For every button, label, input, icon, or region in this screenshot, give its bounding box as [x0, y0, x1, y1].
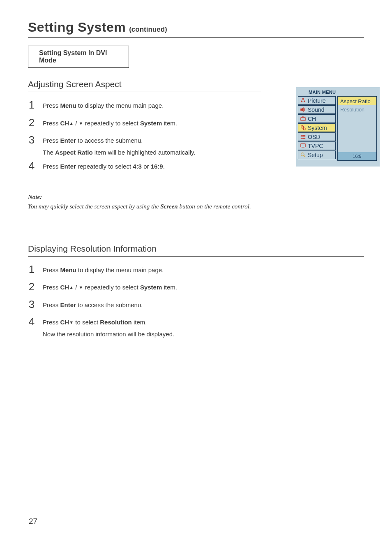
down-arrow-icon: ▼ [79, 285, 83, 290]
text: item. [162, 284, 177, 291]
tv-icon [300, 116, 306, 122]
text: to select [74, 319, 100, 326]
step: 2 Press CH▲ / ▼ repeatedly to select Sys… [28, 282, 364, 292]
step-body: Press Enter to access the submenu. [43, 300, 143, 310]
text: . [163, 163, 165, 170]
svg-rect-5 [300, 117, 305, 120]
svg-rect-14 [302, 138, 305, 139]
note-text: You may quickly select the screen aspect… [28, 203, 364, 210]
monitor-icon [300, 143, 306, 149]
osd-right-item-aspect-ratio: Aspect Ratio [338, 97, 376, 105]
text: Press [43, 284, 60, 291]
text-bold: Enter [60, 163, 76, 170]
step-body: Press CH▲ / ▼ repeatedly to select Syste… [43, 282, 177, 292]
osd-item-tvpc: TVPC [298, 141, 336, 150]
step-body: Press Enter to access the submenu. The A… [43, 135, 196, 157]
text: to display the menu main page. [76, 102, 164, 109]
osd-title: MAIN MENU [296, 87, 380, 96]
osd-item-sound: Sound [298, 105, 336, 114]
up-arrow-icon: ▲ [69, 121, 74, 126]
osd-item-label: TVPC [308, 143, 323, 149]
step-number: 2 [28, 281, 35, 292]
step-number: 3 [28, 134, 35, 145]
down-arrow-icon: ▼ [69, 320, 74, 325]
svg-rect-13 [300, 138, 302, 139]
svg-rect-16 [302, 148, 304, 148]
title-divider [28, 37, 364, 38]
svg-line-18 [304, 155, 305, 157]
text-bold: Resolution [100, 319, 132, 326]
text-bold: CH [60, 120, 69, 127]
text: to display the menu main page. [76, 266, 164, 273]
step-number: 1 [28, 264, 35, 275]
osd-item-osd: OSD [298, 132, 336, 141]
svg-point-2 [303, 100, 305, 102]
step-number: 3 [28, 299, 35, 310]
text: item. [162, 120, 177, 127]
page-title-line: Setting System (continued) [28, 20, 364, 35]
text: item will be highlighted automatically. [93, 149, 196, 156]
step-body: Press CH▼ to select Resolution item. Now… [43, 317, 174, 339]
step-number: 4 [28, 160, 35, 171]
text-bold: Menu [60, 102, 76, 109]
text: Press [43, 163, 60, 170]
step-body: Press Enter repeatedly to select 4:3 or … [43, 161, 165, 171]
svg-rect-10 [302, 135, 305, 136]
text-bold: 4:3 [133, 163, 142, 170]
svg-marker-4 [302, 107, 304, 112]
text: repeatedly to select [76, 163, 133, 170]
list-icon [300, 134, 306, 140]
svg-point-7 [302, 127, 302, 127]
step: 4 Press CH▼ to select Resolution item. N… [28, 317, 364, 339]
text: Press [43, 102, 60, 109]
steps-list: 1 Press Menu to display the menu main pa… [28, 265, 364, 339]
section-heading: Displaying Resolution Information [28, 244, 364, 254]
svg-point-17 [301, 153, 304, 156]
text: or [142, 163, 151, 170]
svg-rect-11 [300, 137, 302, 137]
text-bold: 16:9 [151, 163, 163, 170]
step-body: Press Menu to display the menu main page… [43, 265, 164, 275]
text-bold: System [140, 120, 162, 127]
text: The [43, 149, 55, 156]
step-number: 1 [28, 99, 35, 110]
text-bold: System [140, 284, 162, 291]
magnifier-icon [300, 152, 306, 158]
step-number: 4 [28, 316, 35, 327]
page-title: Setting System [28, 20, 126, 35]
osd-right-panel: Aspect Ratio Resolution 16:9 [337, 96, 377, 161]
osd-body: Picture Sound CH [296, 96, 380, 162]
text: Press [43, 137, 60, 144]
down-arrow-icon: ▼ [79, 121, 83, 126]
text: Press [43, 319, 60, 326]
page: Setting System (continued) Setting Syste… [0, 0, 392, 553]
text-bold: Enter [60, 301, 76, 308]
step: 1 Press Menu to display the menu main pa… [28, 265, 364, 275]
text-bold: Enter [60, 137, 76, 144]
text-bold: Menu [60, 266, 76, 273]
note-block: Note: You may quickly select the screen … [28, 194, 364, 210]
step-body: Press CH▲ / ▼ repeatedly to select Syste… [43, 118, 177, 128]
osd-item-label: CH [308, 116, 316, 122]
text-bold: CH [60, 319, 69, 326]
text: You may quickly select the screen aspect… [28, 203, 160, 210]
text: Press [43, 266, 60, 273]
up-arrow-icon: ▲ [69, 285, 74, 290]
osd-item-label: Setup [308, 152, 323, 158]
osd-left-column: Picture Sound CH [298, 96, 336, 161]
svg-point-1 [301, 100, 302, 102]
svg-rect-12 [302, 137, 305, 137]
osd-item-label: Picture [308, 97, 326, 104]
step: 3 Press Enter to access the submenu. [28, 300, 364, 310]
osd-item-ch: CH [298, 114, 336, 123]
osd-item-label: OSD [308, 134, 320, 140]
step-line2: The Aspect Ratio item will be highlighte… [43, 148, 196, 157]
text: / [74, 284, 79, 291]
osd-item-system: System [298, 123, 336, 132]
section-divider [28, 92, 261, 92]
text: to access the submenu. [76, 137, 143, 144]
text: repeatedly to select [83, 284, 140, 291]
text: Press [43, 301, 60, 308]
text-bold: Screen [160, 203, 178, 210]
step-line2: Now the resolution information will be d… [43, 330, 174, 339]
